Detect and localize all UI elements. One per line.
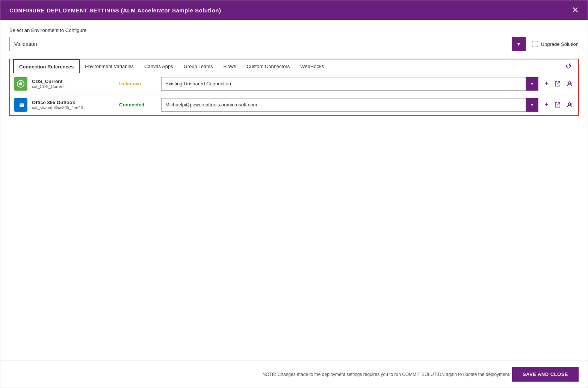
svg-point-1 [19, 82, 22, 85]
outlook-actions: + [543, 99, 574, 110]
cds-dropdown-wrapper: Existing Unshared Connection ▾ [161, 77, 538, 91]
upgrade-solution-row: Upgrade Solution [532, 41, 579, 47]
connection-row-cds: CDS_Current cat_CDS_Current Unknown Exis… [10, 73, 578, 94]
cds-status: Unknown [119, 81, 157, 86]
env-select-row: Validation ▾ Upgrade Solution [9, 37, 579, 51]
svg-point-5 [568, 103, 571, 105]
outlook-open-connection-button[interactable] [553, 100, 562, 109]
outlook-share-connection-button[interactable] [565, 100, 574, 109]
cds-dropdown[interactable]: Existing Unshared Connection [161, 77, 538, 91]
cds-name-col: CDS_Current cat_CDS_Current [32, 79, 115, 89]
outlook-status: Connected [119, 102, 157, 108]
footer-note: NOTE: Changes made to the deployment set… [261, 372, 512, 377]
outlook-dropdown[interactable]: Michaelp@powercattools.onmicrosoft.com [161, 98, 538, 112]
modal-body: Select an Environment to Configure Valid… [0, 20, 588, 361]
modal-container: CONFIGURE DEPLOYMENT SETTINGS (ALM Accel… [0, 0, 588, 388]
close-button[interactable]: ✕ [572, 6, 579, 14]
outlook-add-connection-button[interactable]: + [543, 99, 550, 110]
connection-row-outlook: Office 365 Outlook cat_sharedoffice365_4… [10, 94, 578, 115]
outlook-name: Office 365 Outlook [32, 100, 115, 105]
tab-group-teams[interactable]: Group Teams [178, 60, 218, 73]
cds-open-connection-button[interactable] [553, 79, 562, 88]
outlook-dropdown-wrapper: Michaelp@powercattools.onmicrosoft.com ▾ [161, 98, 538, 112]
cds-subname: cat_CDS_Current [32, 84, 115, 89]
save-and-close-button[interactable]: SAVE AND CLOSE [512, 367, 579, 382]
tab-environment-variables[interactable]: Environment Variables [80, 60, 139, 73]
modal-header: CONFIGURE DEPLOYMENT SETTINGS (ALM Accel… [0, 0, 588, 20]
modal-footer: NOTE: Changes made to the deployment set… [0, 361, 588, 388]
tab-webhooks[interactable]: WebHooks [295, 60, 329, 73]
env-section-label: Select an Environment to Configure [9, 27, 579, 33]
tab-custom-connectors[interactable]: Custom Connectors [241, 60, 295, 73]
tab-connection-references[interactable]: Connection References [13, 59, 80, 73]
tabs-area: Connection References Environment Variab… [9, 59, 579, 116]
svg-point-2 [568, 82, 571, 84]
tabs-bar: Connection References Environment Variab… [10, 59, 578, 73]
outlook-subname: cat_sharedoffice365_4ee46 [32, 105, 115, 110]
upgrade-solution-label: Upgrade Solution [541, 41, 579, 47]
env-select-wrapper: Validation ▾ [9, 37, 526, 51]
cds-icon [14, 77, 27, 91]
outlook-name-col: Office 365 Outlook cat_sharedoffice365_4… [32, 100, 115, 110]
cds-share-connection-button[interactable] [565, 79, 574, 88]
upgrade-solution-checkbox[interactable] [532, 41, 538, 47]
cds-actions: + [543, 78, 574, 89]
tab-canvas-apps[interactable]: Canvas Apps [139, 60, 178, 73]
outlook-icon [14, 98, 27, 112]
tab-flows[interactable]: Flows [218, 60, 241, 73]
body-spacer [9, 116, 579, 353]
refresh-button[interactable]: ↺ [562, 60, 575, 72]
cds-add-connection-button[interactable]: + [543, 78, 550, 89]
modal-title: CONFIGURE DEPLOYMENT SETTINGS (ALM Accel… [9, 7, 221, 14]
env-select[interactable]: Validation [9, 37, 526, 51]
cds-name: CDS_Current [32, 79, 115, 84]
